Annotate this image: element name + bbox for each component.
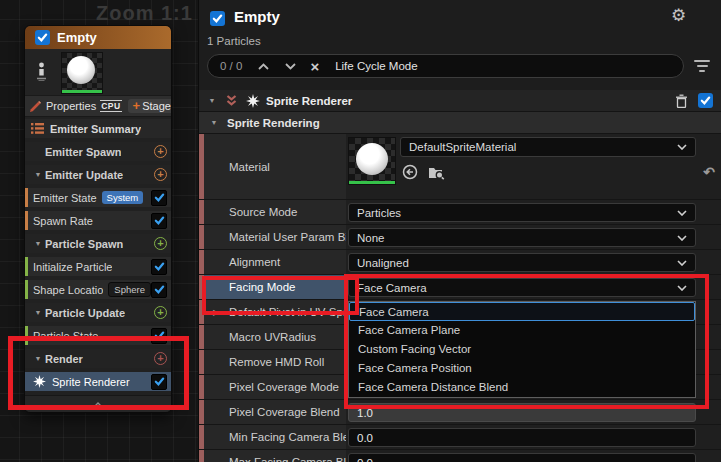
module-enabled-checkbox[interactable] <box>151 259 167 275</box>
gear-icon[interactable]: ⚙ <box>671 7 686 24</box>
property-row-material: MaterialDefaultSpriteMaterial↶ <box>199 134 721 200</box>
search-bar[interactable]: 0 / 0 × Life Cycle Mode <box>207 54 684 78</box>
use-selected-asset-icon[interactable] <box>402 164 418 180</box>
add-module-icon[interactable]: + <box>154 145 167 158</box>
dropdown-option-custom-facing-vector[interactable]: Custom Facing Vector <box>349 340 695 359</box>
properties-button[interactable]: Properties <box>46 100 96 112</box>
emitter-row-emitter-state[interactable]: Emitter StateSystem <box>25 188 171 207</box>
sprite-renderer-icon <box>33 375 52 388</box>
emitter-collapse-footer[interactable] <box>25 395 171 413</box>
emitter-enabled-checkbox[interactable] <box>35 30 50 45</box>
emitter-row-particle-state[interactable]: Particle State <box>25 326 171 345</box>
min-facing-camera-ble-field[interactable]: 0.0 <box>348 428 696 447</box>
summary-list-icon <box>31 123 44 134</box>
details-title: Empty <box>234 8 280 25</box>
property-label[interactable]: Max Facing Camera Bl... <box>199 450 346 462</box>
emitter-row-emitter-spawn[interactable]: ▼Emitter Spawn+ <box>25 142 171 161</box>
emitter-row-render[interactable]: ▼Render+ <box>25 349 171 368</box>
property-label[interactable]: Macro UVRadius <box>199 325 346 349</box>
emitter-header[interactable]: Empty <box>25 26 171 49</box>
dropdown-option-face-camera-position[interactable]: Face Camera Position <box>349 359 695 378</box>
property-row-source-mode: Source ModeParticles <box>199 200 721 225</box>
emitter-row-particle-update[interactable]: ▼Particle Update+ <box>25 303 171 322</box>
module-enabled-checkbox[interactable] <box>151 328 167 344</box>
renderer-chevrons-icon <box>225 94 238 107</box>
property-label[interactable]: Pixel Coverage Mode <box>199 375 346 399</box>
property-label[interactable]: Pixel Coverage Blend <box>199 400 346 424</box>
expand-arrow-icon[interactable]: ▼ <box>31 309 45 316</box>
chevron-down-icon <box>677 260 687 266</box>
property-value-cell: 0.0 <box>346 450 721 462</box>
search-input[interactable]: Life Cycle Mode <box>335 60 417 72</box>
expand-arrow-icon[interactable]: ▼ <box>207 119 221 126</box>
clear-search-icon[interactable]: × <box>310 59 319 74</box>
chevron-down-icon <box>677 210 687 216</box>
emitter-row-emitter-update[interactable]: ▼Emitter Update+ <box>25 165 171 184</box>
dropdown-option-face-camera[interactable]: Face Camera <box>349 302 695 321</box>
emitter-row-shape-location[interactable]: Shape LocationSphere <box>25 280 171 299</box>
expand-arrow-icon[interactable]: ▼ <box>31 355 45 362</box>
facing-mode-dropdown-list: Face CameraFace Camera PlaneCustom Facin… <box>348 301 696 398</box>
browse-to-asset-icon[interactable] <box>428 165 445 180</box>
facing-mode-dropdown[interactable]: Face Camera <box>348 278 696 297</box>
add-stage-button[interactable]: + Stage <box>128 99 172 113</box>
property-row-material-user-param-bi: Material User Param Bi...None <box>199 225 721 250</box>
property-label[interactable]: Remove HMD Roll <box>199 350 346 374</box>
emitter-toolbar: Properties CPU + Stage <box>25 96 171 117</box>
module-enabled-checkbox[interactable] <box>151 190 167 206</box>
add-module-icon[interactable]: + <box>154 168 167 181</box>
property-label[interactable]: Min Facing Camera Ble... <box>199 425 346 449</box>
max-facing-camera-bl-field[interactable]: 0.0 <box>348 453 696 462</box>
property-label[interactable]: ▶Default Pivot in UV Spa... <box>199 300 346 324</box>
renderer-header-label: Sprite Renderer <box>266 95 352 107</box>
filter-icon[interactable] <box>693 60 711 75</box>
pixel-coverage-blend-field[interactable]: 1.0 <box>348 403 696 422</box>
renderer-enabled-checkbox[interactable] <box>698 93 713 108</box>
source-mode-dropdown[interactable]: Particles <box>348 203 696 222</box>
add-module-icon[interactable]: + <box>154 306 167 319</box>
emitter-row-initialize-particle[interactable]: Initialize Particle <box>25 257 171 276</box>
emitter-row-particle-spawn[interactable]: ▼Particle Spawn+ <box>25 234 171 253</box>
material-thumbnail[interactable] <box>348 137 396 185</box>
expand-arrow-icon[interactable]: ▼ <box>205 97 219 104</box>
emitter-row-sprite-renderer[interactable]: Sprite Renderer <box>25 372 171 391</box>
chevron-down-icon <box>677 235 687 241</box>
search-prev-icon[interactable] <box>258 63 269 70</box>
sprite-rendering-section[interactable]: ▼ Sprite Rendering <box>199 112 721 134</box>
property-label[interactable]: Material User Param Bi... <box>199 225 346 249</box>
dropdown-option-face-camera-distance-blend[interactable]: Face Camera Distance Blend <box>349 378 695 397</box>
property-label[interactable]: Source Mode <box>199 200 346 224</box>
dropdown-option-face-camera-plane[interactable]: Face Camera Plane <box>349 321 695 340</box>
material-asset-dropdown[interactable]: DefaultSpriteMaterial <box>400 137 696 157</box>
property-value-cell: Face Camera <box>346 275 721 299</box>
chevron-down-icon <box>677 285 687 291</box>
property-label[interactable]: Facing Mode <box>199 275 346 299</box>
property-row-min-facing-camera-ble: Min Facing Camera Ble...0.0 <box>199 425 721 450</box>
property-value-cell: Particles <box>346 200 721 224</box>
reset-to-default-icon[interactable]: ↶ <box>703 164 715 180</box>
add-module-icon[interactable]: + <box>154 352 167 365</box>
sprite-renderer-header[interactable]: ▼ Sprite Renderer <box>199 90 721 112</box>
material-user-param-bi-dropdown[interactable]: None <box>348 228 696 247</box>
expand-arrow-icon[interactable]: ▼ <box>31 240 45 247</box>
expander-arrow-icon[interactable]: ▶ <box>213 308 219 317</box>
module-enabled-checkbox[interactable] <box>151 213 167 229</box>
emitter-row-emitter-summary[interactable]: Emitter Summary <box>25 119 171 138</box>
property-label[interactable]: Material <box>199 134 346 199</box>
module-badge: System <box>102 191 144 204</box>
property-value-cell: Unaligned <box>346 250 721 274</box>
selection-details-panel: Empty ⚙ 1 Particles 0 / 0 × Life Cycle M… <box>198 0 721 462</box>
property-label[interactable]: Alignment <box>199 250 346 274</box>
emitter-row-spawn-rate[interactable]: Spawn Rate <box>25 211 171 230</box>
module-enabled-checkbox[interactable] <box>151 374 167 390</box>
alignment-dropdown[interactable]: Unaligned <box>348 253 696 272</box>
module-enabled-checkbox[interactable] <box>151 282 167 298</box>
details-enabled-checkbox[interactable] <box>210 11 225 26</box>
emitter-title: Empty <box>57 30 97 45</box>
delete-renderer-icon[interactable] <box>675 94 688 108</box>
collapse-chevron-icon <box>93 402 103 408</box>
add-module-icon[interactable]: + <box>154 237 167 250</box>
search-next-icon[interactable] <box>285 63 296 70</box>
emitter-preview-thumbnail[interactable] <box>61 52 103 94</box>
expand-arrow-icon[interactable]: ▼ <box>31 171 45 178</box>
